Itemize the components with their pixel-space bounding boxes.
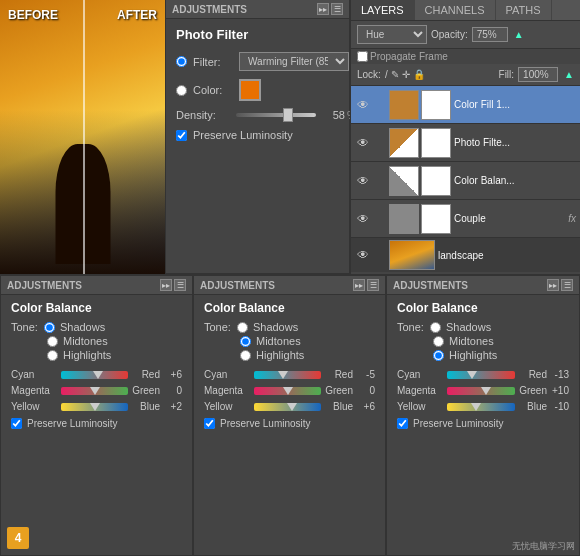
- cb-double-arrow-icon-highlights[interactable]: ▸▸: [547, 279, 559, 291]
- eye-icon-color-balance[interactable]: 👁: [355, 174, 371, 188]
- fill-label: Fill:: [499, 69, 515, 80]
- cb-panel-midtones: ADJUSTMENTS ▸▸ ☰ Color Balance Tone: Sha…: [193, 274, 386, 556]
- layer-name-landscape: landscape: [438, 250, 576, 261]
- opacity-input[interactable]: [472, 27, 508, 42]
- tone-radio-highlights-h[interactable]: [433, 350, 444, 361]
- propagate-row: Propagate Frame: [351, 49, 580, 64]
- cyan-red-track-h[interactable]: [447, 371, 515, 379]
- cb-header-title-shadows: ADJUSTMENTS: [7, 280, 160, 291]
- watermark: 无忧电脑学习网: [512, 540, 575, 553]
- magenta-green-thumb-m[interactable]: [283, 387, 293, 395]
- panel-menu-icon[interactable]: ☰: [331, 3, 343, 15]
- cb-double-arrow-icon-midtones[interactable]: ▸▸: [353, 279, 365, 291]
- layer-thumb-wrap-couple: [389, 204, 451, 234]
- cb-header-icons-highlights: ▸▸ ☰: [547, 279, 573, 291]
- yellow-blue-thumb-m[interactable]: [287, 403, 297, 411]
- preserve-checkbox-h[interactable]: [397, 418, 408, 429]
- cb-menu-icon-midtones[interactable]: ☰: [367, 279, 379, 291]
- layer-row-landscape[interactable]: 👁 landscape: [351, 238, 580, 272]
- preserve-label-s: Preserve Luminosity: [27, 418, 118, 429]
- fill-arrow[interactable]: ▲: [564, 69, 574, 80]
- lock-transparent-icon[interactable]: /: [385, 69, 388, 80]
- yellow-blue-value-m: +6: [353, 401, 375, 412]
- cb-header-title-midtones: ADJUSTMENTS: [200, 280, 353, 291]
- photo-filter-header: ADJUSTMENTS ▸▸ ☰: [166, 0, 349, 19]
- cyan-red-thumb-m[interactable]: [278, 371, 288, 379]
- tone-radio-midtones-h[interactable]: [433, 336, 444, 347]
- yellow-blue-thumb-s[interactable]: [90, 403, 100, 411]
- tab-paths[interactable]: PATHS: [496, 0, 552, 20]
- green-label-h: Green: [519, 385, 547, 396]
- magenta-green-track-h[interactable]: [447, 387, 515, 395]
- eye-icon-couple[interactable]: 👁: [355, 212, 371, 226]
- tone-radio-midtones-s[interactable]: [47, 336, 58, 347]
- magenta-green-track-m[interactable]: [254, 387, 321, 395]
- tone-name-midtones-m: Midtones: [256, 335, 301, 347]
- magenta-green-thumb-s[interactable]: [90, 387, 100, 395]
- lock-all-icon[interactable]: 🔒: [413, 69, 425, 80]
- yellow-blue-track-h[interactable]: [447, 403, 515, 411]
- color-swatch[interactable]: [239, 79, 261, 101]
- cyan-red-track-s[interactable]: [61, 371, 128, 379]
- tone-name-highlights-h: Highlights: [449, 349, 497, 361]
- tone-name-shadows-m: Shadows: [253, 321, 298, 333]
- cb-content-shadows: Color Balance Tone: Shadows Midtones Hig…: [1, 295, 192, 435]
- opacity-arrow-up[interactable]: ▲: [514, 29, 524, 40]
- filter-select[interactable]: Warming Filter (85): [239, 52, 349, 71]
- layer-row-photo-filter[interactable]: 👁 Photo Filte...: [351, 124, 580, 162]
- tone-radio-shadows-h[interactable]: [430, 322, 441, 333]
- preserve-luminosity-row: Preserve Luminosity: [176, 129, 339, 141]
- layer-row-couple[interactable]: 👁 Couple fx: [351, 200, 580, 238]
- yellow-blue-track-s[interactable]: [61, 403, 128, 411]
- tone-radio-highlights-s[interactable]: [47, 350, 58, 361]
- magenta-green-thumb-h[interactable]: [481, 387, 491, 395]
- tone-row-midtones-m: Midtones: [204, 335, 375, 347]
- tone-name-highlights-m: Highlights: [256, 349, 304, 361]
- double-arrow-icon[interactable]: ▸▸: [317, 3, 329, 15]
- propagate-checkbox[interactable]: [357, 51, 368, 62]
- cb-double-arrow-icon-shadows[interactable]: ▸▸: [160, 279, 172, 291]
- cb-menu-icon-highlights[interactable]: ☰: [561, 279, 573, 291]
- lock-position-icon[interactable]: ✛: [402, 69, 410, 80]
- cyan-red-thumb-s[interactable]: [93, 371, 103, 379]
- tab-channels[interactable]: CHANNELS: [415, 0, 496, 20]
- tone-radio-highlights-m[interactable]: [240, 350, 251, 361]
- yellow-blue-value-h: -10: [547, 401, 569, 412]
- yellow-blue-track-m[interactable]: [254, 403, 321, 411]
- tone-radio-midtones-m[interactable]: [240, 336, 251, 347]
- tab-layers[interactable]: LAYERS: [351, 0, 415, 20]
- yellow-blue-thumb-h[interactable]: [471, 403, 481, 411]
- density-value: 58: [320, 109, 345, 121]
- photo-filter-title: Photo Filter: [176, 27, 339, 42]
- slider-row-magenta-green-s: Magenta Green 0: [11, 385, 182, 396]
- tone-name-shadows-h: Shadows: [446, 321, 491, 333]
- magenta-green-track-s[interactable]: [61, 387, 128, 395]
- cyan-red-thumb-h[interactable]: [467, 371, 477, 379]
- tone-name-shadows: Shadows: [60, 321, 105, 333]
- lock-image-icon[interactable]: ✎: [391, 69, 399, 80]
- fill-input[interactable]: [518, 67, 558, 82]
- tone-radio-shadows-shadows[interactable]: [44, 322, 55, 333]
- slider-row-cyan-red-h: Cyan Red -13: [397, 369, 569, 380]
- layer-row-color-fill[interactable]: 👁 Color Fill 1...: [351, 86, 580, 124]
- density-thumb[interactable]: [283, 108, 293, 122]
- cb-menu-icon-shadows[interactable]: ☰: [174, 279, 186, 291]
- layer-name-photo-filter: Photo Filte...: [454, 137, 576, 148]
- eye-icon-landscape[interactable]: 👁: [355, 248, 371, 262]
- photo-filter-panel: ADJUSTMENTS ▸▸ ☰ Photo Filter Filter: Wa…: [165, 0, 350, 274]
- eye-icon-photo-filter[interactable]: 👁: [355, 136, 371, 150]
- preserve-checkbox-s[interactable]: [11, 418, 22, 429]
- density-slider[interactable]: [236, 113, 316, 117]
- blend-mode-select[interactable]: Hue: [357, 25, 427, 44]
- eye-icon-color-fill[interactable]: 👁: [355, 98, 371, 112]
- magenta-green-value-h: +10: [547, 385, 569, 396]
- photo-filter-content: Photo Filter Filter: Warming Filter (85)…: [166, 19, 349, 149]
- layer-row-color-balance[interactable]: 👁 Color Balan...: [351, 162, 580, 200]
- cyan-red-track-m[interactable]: [254, 371, 321, 379]
- preserve-luminosity-checkbox[interactable]: [176, 130, 187, 141]
- filter-radio[interactable]: [176, 56, 187, 67]
- density-slider-container: [236, 113, 316, 117]
- color-radio[interactable]: [176, 85, 187, 96]
- preserve-checkbox-m[interactable]: [204, 418, 215, 429]
- tone-radio-shadows-m[interactable]: [237, 322, 248, 333]
